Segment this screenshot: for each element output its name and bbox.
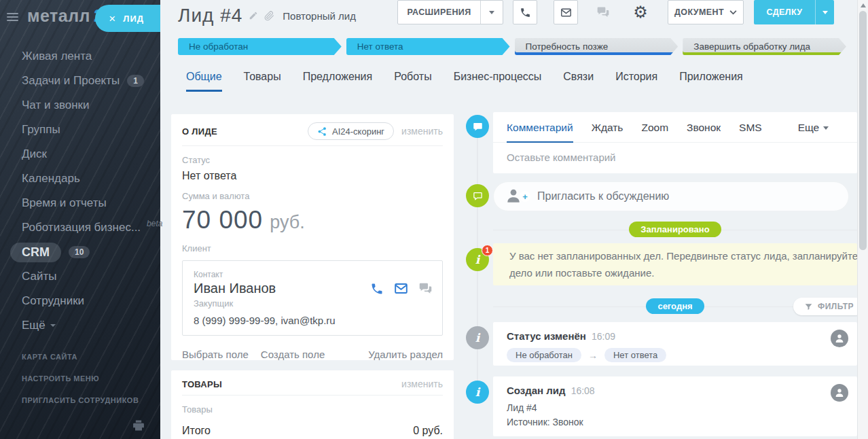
invite-employees-link[interactable]: ПРИГЛАСИТЬ СОТРУДНИКОВ (22, 396, 139, 404)
tab-history[interactable]: История (615, 71, 657, 92)
tab-comment[interactable]: Комментарий (507, 122, 573, 143)
edit-products-link[interactable]: изменить (401, 379, 443, 389)
status-transition: Не обработан → Нет ответа (507, 348, 844, 362)
messenger-button[interactable] (590, 0, 616, 24)
sidebar-item-calendar[interactable]: Календарь (0, 166, 160, 191)
edit-about-link[interactable]: изменить (401, 126, 443, 137)
sidebar-item-disk[interactable]: Диск (0, 142, 160, 166)
app-root: металл24 × ЛИД Живая лента Задачи и Прое… (0, 0, 868, 439)
contact-card[interactable]: Контакт Иван Иванов Закупщик 8 (999) 999… (182, 260, 443, 336)
amount-currency: руб. (270, 212, 304, 233)
sitemap-link[interactable]: КАРТА САЙТА (22, 353, 139, 361)
phone-icon[interactable] (370, 282, 384, 296)
tab-general[interactable]: Общие (186, 71, 222, 92)
delete-section-link[interactable]: Удалить раздел (368, 349, 443, 360)
contact-role: Закупщик (194, 298, 431, 309)
lead-stage-bar: Не обработан Нет ответа Потребность позж… (178, 38, 846, 55)
composer-tabs: Комментарий Ждать Zoom Звонок SMS Еще (493, 112, 857, 143)
envelope-icon[interactable] (394, 281, 408, 296)
scroll-thumb[interactable] (859, 11, 867, 250)
stage-not-processed[interactable]: Не обработан (178, 38, 342, 55)
extensions-button[interactable]: РАСШИРЕНИЯ (397, 0, 503, 24)
event-title: Создан лид (507, 385, 566, 396)
sidebar-item-crm[interactable]: CRM10 (0, 240, 160, 264)
tab-robots[interactable]: Роботы (394, 71, 431, 92)
tab-more[interactable]: Еще (798, 122, 829, 143)
tab-sms[interactable]: SMS (739, 122, 762, 143)
products-group: Товары (171, 396, 454, 415)
sidebar-item-time[interactable]: Время и отчеты (0, 191, 160, 215)
stage-no-answer[interactable]: Нет ответа (346, 38, 510, 55)
status-to-pill: Нет ответа (604, 348, 666, 362)
beta-label: beta (147, 219, 162, 228)
printer-icon[interactable] (132, 419, 145, 432)
avatar[interactable] (831, 384, 848, 402)
amount-label: Сумма и валюта (182, 191, 443, 201)
create-deal-button[interactable]: СДЕЛКУ (754, 0, 834, 24)
arrow-right-icon: → (588, 350, 598, 361)
section-title: ТОВАРЫ (182, 379, 394, 389)
tab-products[interactable]: Товары (244, 71, 281, 92)
no-planned-activities-notice: У вас нет запланированных дел. Передвинь… (493, 243, 857, 285)
tab-links[interactable]: Связи (563, 71, 594, 92)
entity-tag[interactable]: × ЛИД (95, 5, 160, 32)
sidebar-item-rpa[interactable]: Роботизация бизнес...beta (0, 215, 160, 240)
comment-input[interactable]: Оставьте комментарий (493, 143, 857, 172)
event-title: Статус изменён (507, 330, 586, 342)
add-user-icon: + (505, 187, 525, 206)
chat-bubbles-icon[interactable] (418, 281, 433, 296)
configure-menu-link[interactable]: НАСТРОИТЬ МЕНЮ (22, 374, 139, 383)
planned-separator: Запланировано (493, 221, 857, 238)
repeat-lead-label[interactable]: Повторный лид (283, 10, 356, 22)
sidebar-item-tasks[interactable]: Задачи и Проекты1 (0, 69, 160, 93)
amount-field: Сумма и валюта 70 000 руб. (171, 182, 454, 234)
invite-placeholder: Пригласить к обсуждению (537, 190, 669, 203)
today-badge[interactable]: сегодня (646, 298, 704, 314)
amount-value[interactable]: 70 000 (182, 206, 263, 234)
tab-apps[interactable]: Приложения (679, 71, 743, 92)
sidebar-item-employees[interactable]: Сотрудники (0, 289, 160, 313)
deal-dropdown[interactable] (815, 0, 834, 24)
sidebar-item-chat[interactable]: Чат и звонки (0, 93, 160, 118)
chat-bubble-icon (473, 191, 483, 201)
close-icon[interactable]: × (109, 13, 116, 24)
sidebar-item-more[interactable]: Ещё (0, 313, 160, 338)
sidebar-item-feed[interactable]: Живая лента (0, 44, 160, 69)
avatar[interactable] (831, 330, 848, 347)
stage-need-later[interactable]: Потребность позже (515, 38, 679, 55)
tab-call[interactable]: Звонок (687, 122, 721, 143)
event-details: Лид #4 Источник: Звонок (507, 401, 844, 429)
sidebar: металл24 × ЛИД Живая лента Задачи и Прое… (0, 0, 160, 439)
settings-button[interactable]: ⚙ (628, 0, 653, 24)
select-field-link[interactable]: Выбрать поле (182, 349, 249, 360)
tab-quotes[interactable]: Предложения (303, 71, 373, 92)
chat-bubbles-icon (596, 5, 610, 19)
chevron-down-icon (822, 11, 828, 14)
extensions-dropdown[interactable] (480, 1, 503, 24)
timeline-event-lead-created: Создан лид 16:08 Лид #4 Источник: Звонок (493, 376, 857, 436)
tab-bizproc[interactable]: Бизнес-процессы (454, 71, 542, 92)
ai-scoring-badge[interactable]: AI24-скоринг (308, 122, 394, 140)
tab-wait[interactable]: Ждать (592, 122, 623, 143)
status-value[interactable]: Нет ответа (182, 170, 443, 182)
about-card-header: О ЛИДЕ AI24-скоринг изменить (171, 114, 454, 145)
scroll-up-arrow[interactable] (861, 3, 866, 7)
timeline-filter-button[interactable]: ФИЛЬТР (793, 298, 865, 315)
scrollbar[interactable] (857, 0, 868, 439)
document-button[interactable]: ДОКУМЕНТ (668, 0, 744, 24)
contact-label: Контакт (194, 270, 431, 279)
sidebar-item-groups[interactable]: Группы (0, 118, 160, 142)
stage-finish-lead[interactable]: Завершить обработку лида (683, 38, 846, 55)
create-field-link[interactable]: Создать поле (261, 349, 325, 360)
lead-number: #4 (220, 5, 242, 26)
edit-pencil-icon[interactable] (249, 11, 258, 20)
menu-toggle-icon[interactable] (7, 13, 18, 21)
sidebar-item-sites[interactable]: Сайты (0, 264, 160, 289)
invite-to-discussion[interactable]: + Пригласить к обсуждению (493, 181, 849, 211)
tab-zoom[interactable]: Zoom (641, 122, 668, 143)
call-button[interactable] (513, 0, 537, 24)
link-paperclip-icon[interactable] (264, 11, 274, 21)
phone-icon (520, 7, 531, 18)
email-button[interactable] (554, 0, 578, 24)
event-time: 16:08 (571, 385, 595, 396)
